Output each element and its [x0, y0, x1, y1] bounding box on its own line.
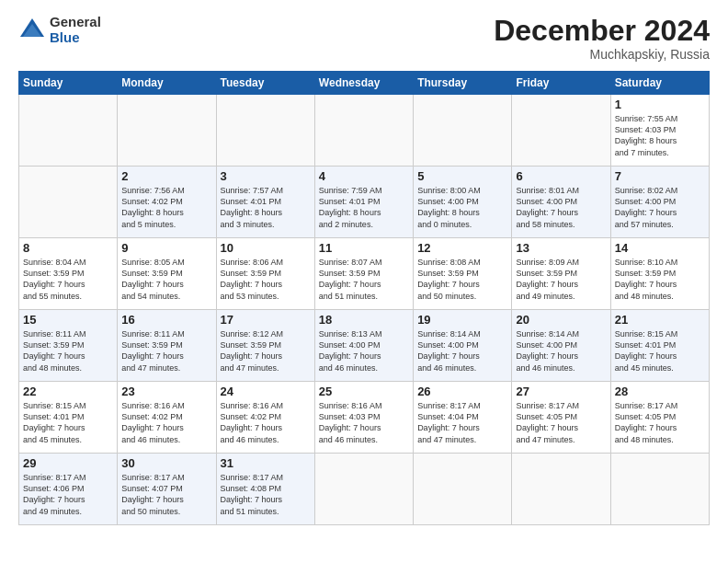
day-info: Sunrise: 8:17 AMSunset: 4:05 PMDaylight:… [615, 401, 678, 443]
day-info: Sunrise: 8:17 AMSunset: 4:06 PMDaylight:… [23, 473, 86, 515]
day-number: 3 [221, 169, 311, 183]
day-info: Sunrise: 8:17 AMSunset: 4:05 PMDaylight:… [516, 401, 579, 443]
header-cell-wednesday: Wednesday [314, 72, 413, 95]
day-cell-29: 29Sunrise: 8:17 AMSunset: 4:06 PMDayligh… [19, 454, 118, 525]
day-info: Sunrise: 8:02 AMSunset: 4:00 PMDaylight:… [615, 186, 678, 228]
day-info: Sunrise: 8:07 AMSunset: 3:59 PMDaylight:… [319, 258, 382, 300]
day-cell-15: 15Sunrise: 8:11 AMSunset: 3:59 PMDayligh… [19, 310, 118, 382]
day-cell-13: 13Sunrise: 8:09 AMSunset: 3:59 PMDayligh… [512, 238, 610, 310]
calendar-row: 2Sunrise: 7:56 AMSunset: 4:02 PMDaylight… [19, 167, 710, 238]
day-info: Sunrise: 8:15 AMSunset: 4:01 PMDaylight:… [615, 329, 678, 372]
day-number: 13 [516, 241, 606, 255]
day-number: 2 [121, 169, 211, 183]
day-number: 19 [417, 313, 507, 327]
day-number: 8 [23, 241, 113, 255]
day-info: Sunrise: 8:06 AMSunset: 3:59 PMDaylight:… [221, 258, 284, 300]
day-number: 9 [121, 241, 211, 255]
day-number: 12 [417, 241, 507, 255]
day-cell-1: 1Sunrise: 7:55 AMSunset: 4:03 PMDaylight… [610, 95, 709, 167]
empty-cell [216, 95, 314, 167]
day-cell-17: 17Sunrise: 8:12 AMSunset: 3:59 PMDayligh… [216, 310, 314, 382]
day-info: Sunrise: 8:16 AMSunset: 4:02 PMDaylight:… [121, 401, 185, 443]
day-cell-9: 9Sunrise: 8:05 AMSunset: 3:59 PMDaylight… [118, 238, 216, 310]
day-number: 29 [23, 456, 113, 470]
day-info: Sunrise: 8:04 AMSunset: 3:59 PMDaylight:… [23, 258, 86, 300]
day-info: Sunrise: 8:16 AMSunset: 4:03 PMDaylight:… [319, 401, 382, 443]
day-number: 18 [319, 313, 409, 327]
empty-cell [610, 454, 709, 525]
day-info: Sunrise: 8:14 AMSunset: 4:00 PMDaylight:… [417, 329, 481, 372]
day-cell-2: 2Sunrise: 7:56 AMSunset: 4:02 PMDaylight… [118, 167, 216, 238]
day-number: 17 [221, 313, 311, 327]
calendar-row: 29Sunrise: 8:17 AMSunset: 4:06 PMDayligh… [19, 454, 710, 525]
day-number: 10 [221, 241, 311, 255]
day-number: 16 [121, 313, 211, 327]
empty-cell [314, 454, 413, 525]
logo-blue: Blue [50, 30, 101, 46]
day-number: 21 [615, 313, 705, 327]
header-cell-thursday: Thursday [414, 72, 512, 95]
day-number: 7 [615, 169, 705, 183]
day-info: Sunrise: 7:59 AMSunset: 4:01 PMDaylight:… [319, 186, 382, 228]
day-number: 11 [319, 241, 409, 255]
day-number: 1 [615, 98, 705, 111]
day-info: Sunrise: 8:17 AMSunset: 4:04 PMDaylight:… [417, 401, 481, 443]
empty-cell [314, 95, 413, 167]
day-info: Sunrise: 8:10 AMSunset: 3:59 PMDaylight:… [615, 258, 678, 300]
day-cell-26: 26Sunrise: 8:17 AMSunset: 4:04 PMDayligh… [414, 382, 512, 454]
day-info: Sunrise: 8:16 AMSunset: 4:02 PMDaylight:… [221, 401, 284, 443]
calendar-row: 8Sunrise: 8:04 AMSunset: 3:59 PMDaylight… [19, 238, 710, 310]
day-number: 31 [221, 456, 311, 470]
day-cell-22: 22Sunrise: 8:15 AMSunset: 4:01 PMDayligh… [19, 382, 118, 454]
day-number: 25 [319, 385, 409, 398]
day-cell-31: 31Sunrise: 8:17 AMSunset: 4:08 PMDayligh… [216, 454, 314, 525]
day-cell-4: 4Sunrise: 7:59 AMSunset: 4:01 PMDaylight… [314, 167, 413, 238]
day-number: 14 [615, 241, 705, 255]
day-info: Sunrise: 8:17 AMSunset: 4:08 PMDaylight:… [221, 473, 284, 515]
day-cell-28: 28Sunrise: 8:17 AMSunset: 4:05 PMDayligh… [610, 382, 709, 454]
day-cell-11: 11Sunrise: 8:07 AMSunset: 3:59 PMDayligh… [314, 238, 413, 310]
day-info: Sunrise: 8:01 AMSunset: 4:00 PMDaylight:… [516, 186, 579, 228]
logo: General Blue [18, 15, 101, 45]
day-cell-20: 20Sunrise: 8:14 AMSunset: 4:00 PMDayligh… [512, 310, 610, 382]
day-number: 30 [121, 456, 211, 470]
day-cell-18: 18Sunrise: 8:13 AMSunset: 4:00 PMDayligh… [314, 310, 413, 382]
empty-cell [512, 454, 610, 525]
day-cell-23: 23Sunrise: 8:16 AMSunset: 4:02 PMDayligh… [118, 382, 216, 454]
calendar-row: 1Sunrise: 7:55 AMSunset: 4:03 PMDaylight… [19, 95, 710, 167]
day-cell-6: 6Sunrise: 8:01 AMSunset: 4:00 PMDaylight… [512, 167, 610, 238]
day-cell-8: 8Sunrise: 8:04 AMSunset: 3:59 PMDaylight… [19, 238, 118, 310]
day-cell-10: 10Sunrise: 8:06 AMSunset: 3:59 PMDayligh… [216, 238, 314, 310]
header-cell-saturday: Saturday [610, 72, 709, 95]
day-info: Sunrise: 8:14 AMSunset: 4:00 PMDaylight:… [516, 329, 579, 372]
day-cell-25: 25Sunrise: 8:16 AMSunset: 4:03 PMDayligh… [314, 382, 413, 454]
day-number: 20 [516, 313, 606, 327]
day-info: Sunrise: 7:55 AMSunset: 4:03 PMDaylight:… [615, 114, 678, 156]
day-cell-3: 3Sunrise: 7:57 AMSunset: 4:01 PMDaylight… [216, 167, 314, 238]
day-number: 6 [516, 169, 606, 183]
location: Muchkapskiy, Russia [494, 47, 710, 62]
day-number: 15 [23, 313, 113, 327]
calendar-row: 15Sunrise: 8:11 AMSunset: 3:59 PMDayligh… [19, 310, 710, 382]
empty-cell [118, 95, 216, 167]
day-info: Sunrise: 8:12 AMSunset: 3:59 PMDaylight:… [221, 329, 284, 372]
day-cell-14: 14Sunrise: 8:10 AMSunset: 3:59 PMDayligh… [610, 238, 709, 310]
logo-text: General Blue [50, 15, 101, 45]
day-number: 22 [23, 385, 113, 398]
title-block: December 2024 Muchkapskiy, Russia [494, 15, 710, 62]
day-info: Sunrise: 8:11 AMSunset: 3:59 PMDaylight:… [121, 329, 185, 372]
logo-general: General [50, 15, 101, 30]
day-info: Sunrise: 7:57 AMSunset: 4:01 PMDaylight:… [221, 186, 284, 228]
day-cell-24: 24Sunrise: 8:16 AMSunset: 4:02 PMDayligh… [216, 382, 314, 454]
header-cell-friday: Friday [512, 72, 610, 95]
day-cell-5: 5Sunrise: 8:00 AMSunset: 4:00 PMDaylight… [414, 167, 512, 238]
day-info: Sunrise: 8:15 AMSunset: 4:01 PMDaylight:… [23, 401, 86, 443]
day-cell-27: 27Sunrise: 8:17 AMSunset: 4:05 PMDayligh… [512, 382, 610, 454]
day-info: Sunrise: 8:09 AMSunset: 3:59 PMDaylight:… [516, 258, 579, 300]
day-cell-21: 21Sunrise: 8:15 AMSunset: 4:01 PMDayligh… [610, 310, 709, 382]
empty-cell [19, 95, 118, 167]
month-title: December 2024 [494, 15, 710, 47]
day-info: Sunrise: 8:08 AMSunset: 3:59 PMDaylight:… [417, 258, 481, 300]
day-number: 4 [319, 169, 409, 183]
day-info: Sunrise: 8:11 AMSunset: 3:59 PMDaylight:… [23, 329, 86, 372]
